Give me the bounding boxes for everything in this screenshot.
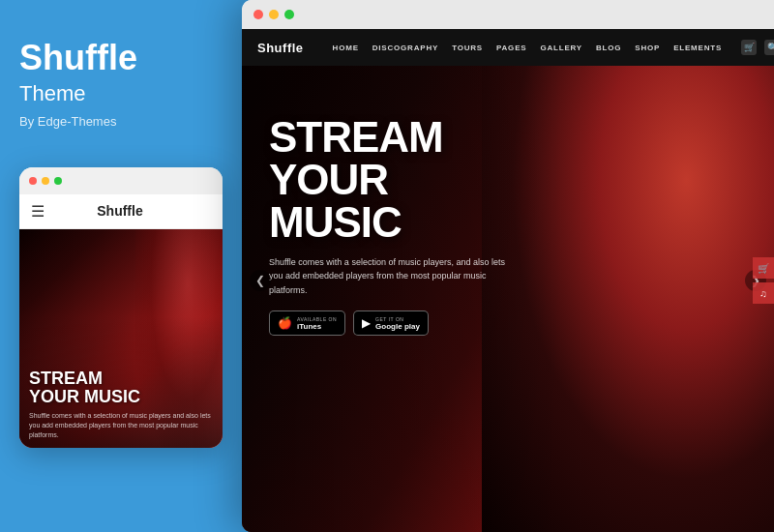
mobile-hero-title: STREAMYOUR MUSIC bbox=[29, 369, 213, 408]
mobile-nav: ☰ Shuffle bbox=[19, 194, 223, 229]
play-icon: ▶ bbox=[362, 316, 371, 330]
mobile-logo: Shuffle bbox=[97, 203, 142, 219]
cart-icon[interactable]: 🛒 bbox=[741, 40, 757, 55]
itunes-button-text: Available on iTunes bbox=[297, 316, 337, 331]
search-icon[interactable]: 🔍 bbox=[764, 40, 774, 55]
desktop-nav: Shuffle HOME DISCOGRAPHY TOURS PAGES GAL… bbox=[242, 29, 774, 66]
mobile-hamburger-icon[interactable]: ☰ bbox=[31, 202, 45, 221]
desktop-side-icons: 🛒 ♫ bbox=[753, 257, 774, 304]
desktop-hero-content: STREAM YOUR MUSIC Shuffle comes with a s… bbox=[269, 116, 524, 336]
mobile-dot-red bbox=[29, 177, 37, 185]
nav-link-home[interactable]: HOME bbox=[333, 44, 359, 52]
google-play-button-text: GET IT ON Google play bbox=[375, 316, 420, 331]
desktop-dot-red bbox=[253, 10, 263, 19]
nav-link-discography[interactable]: DISCOGRAPHY bbox=[372, 44, 438, 52]
desktop-dot-green bbox=[284, 10, 294, 19]
side-cart-icon[interactable]: 🛒 bbox=[753, 257, 774, 279]
desktop-hero-title: STREAM YOUR MUSIC bbox=[269, 116, 524, 244]
desktop-nav-logo: Shuffle bbox=[257, 41, 304, 55]
theme-author: By Edge-Themes bbox=[19, 114, 116, 129]
left-panel: Shuffle Theme By Edge-Themes ☰ Shuffle S… bbox=[0, 0, 232, 532]
desktop-nav-links: HOME DISCOGRAPHY TOURS PAGES GALLERY BLO… bbox=[333, 44, 723, 52]
desktop-browser-bar bbox=[242, 0, 774, 29]
desktop-nav-icons: 🛒 🔍 ≡ bbox=[741, 40, 774, 55]
mobile-hero-desc: Shuffle comes with a selection of music … bbox=[29, 411, 213, 439]
mobile-browser-bar bbox=[19, 167, 223, 194]
mobile-dot-yellow bbox=[42, 177, 49, 185]
mobile-dot-green bbox=[54, 177, 62, 185]
desktop-store-buttons: 🍎 Available on iTunes ▶ GET IT ON Google… bbox=[269, 310, 524, 336]
desktop-mockup: Shuffle HOME DISCOGRAPHY TOURS PAGES GAL… bbox=[242, 0, 774, 532]
desktop-hero-area: Shuffle HOME DISCOGRAPHY TOURS PAGES GAL… bbox=[242, 29, 774, 532]
nav-link-pages[interactable]: PAGES bbox=[496, 44, 526, 52]
nav-link-blog[interactable]: BLOG bbox=[596, 44, 621, 52]
mobile-hero: STREAMYOUR MUSIC Shuffle comes with a se… bbox=[19, 229, 223, 448]
nav-link-shop[interactable]: SHOP bbox=[635, 44, 660, 52]
google-play-button[interactable]: ▶ GET IT ON Google play bbox=[353, 310, 429, 336]
desktop-hero-desc: Shuffle comes with a selection of music … bbox=[269, 255, 521, 297]
theme-name: Shuffle bbox=[19, 39, 137, 77]
mobile-hero-overlay: STREAMYOUR MUSIC Shuffle comes with a se… bbox=[19, 360, 223, 448]
apple-icon: 🍎 bbox=[278, 316, 292, 330]
nav-link-tours[interactable]: TOURS bbox=[452, 44, 483, 52]
side-music-icon[interactable]: ♫ bbox=[753, 282, 774, 304]
desktop-dot-yellow bbox=[269, 10, 279, 19]
nav-link-gallery[interactable]: GALLERY bbox=[540, 44, 582, 52]
nav-link-elements[interactable]: ELEMENTS bbox=[673, 44, 722, 52]
carousel-left-arrow[interactable]: ❮ bbox=[250, 270, 271, 291]
theme-label: Theme bbox=[19, 81, 85, 106]
itunes-button[interactable]: 🍎 Available on iTunes bbox=[269, 310, 345, 336]
mobile-mockup: ☰ Shuffle STREAMYOUR MUSIC Shuffle comes… bbox=[19, 167, 223, 448]
